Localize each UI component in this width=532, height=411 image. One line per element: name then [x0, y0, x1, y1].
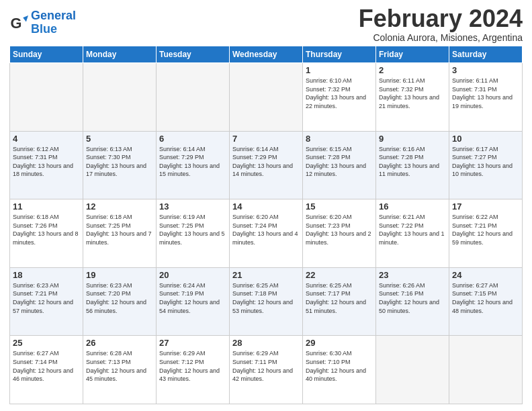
table-row: 5Sunrise: 6:13 AM Sunset: 7:30 PM Daylig…	[83, 131, 157, 199]
day-number: 4	[13, 134, 80, 144]
day-number: 20	[159, 270, 226, 280]
table-row	[10, 63, 83, 132]
day-info: Sunrise: 6:29 AM Sunset: 7:12 PM Dayligh…	[159, 349, 226, 383]
header-right: February 2024 Colonia Aurora, Misiones, …	[359, 7, 523, 43]
day-number: 2	[379, 65, 446, 75]
day-number: 14	[232, 201, 300, 212]
table-row: 12Sunrise: 6:18 AM Sunset: 7:25 PM Dayli…	[83, 199, 157, 268]
day-info: Sunrise: 6:23 AM Sunset: 7:21 PM Dayligh…	[13, 281, 80, 315]
day-number: 12	[86, 201, 153, 212]
day-info: Sunrise: 6:28 AM Sunset: 7:13 PM Dayligh…	[86, 349, 153, 383]
day-number: 13	[159, 201, 226, 212]
day-info: Sunrise: 6:20 AM Sunset: 7:24 PM Dayligh…	[232, 213, 300, 246]
day-info: Sunrise: 6:16 AM Sunset: 7:28 PM Dayligh…	[379, 145, 446, 179]
table-row: 25Sunrise: 6:27 AM Sunset: 7:14 PM Dayli…	[10, 336, 83, 404]
header-tuesday: Tuesday	[157, 46, 230, 63]
day-number: 24	[452, 270, 519, 280]
day-number: 22	[306, 270, 373, 280]
day-number: 29	[306, 338, 373, 348]
day-number: 17	[452, 201, 519, 212]
day-number: 7	[232, 134, 300, 144]
logo-text-line1: General	[31, 9, 76, 23]
day-info: Sunrise: 6:25 AM Sunset: 7:18 PM Dayligh…	[232, 281, 300, 315]
day-info: Sunrise: 6:29 AM Sunset: 7:11 PM Dayligh…	[232, 349, 300, 383]
day-number: 18	[13, 270, 80, 280]
table-row: 6Sunrise: 6:14 AM Sunset: 7:29 PM Daylig…	[157, 131, 230, 199]
day-number: 16	[379, 201, 446, 212]
day-number: 5	[86, 134, 153, 144]
day-info: Sunrise: 6:22 AM Sunset: 7:21 PM Dayligh…	[452, 213, 519, 246]
day-info: Sunrise: 6:12 AM Sunset: 7:31 PM Dayligh…	[13, 145, 80, 179]
table-row	[157, 63, 230, 132]
header-monday: Monday	[83, 46, 157, 63]
table-row	[230, 63, 303, 132]
table-row: 27Sunrise: 6:29 AM Sunset: 7:12 PM Dayli…	[157, 336, 230, 404]
table-row	[376, 336, 449, 404]
day-info: Sunrise: 6:15 AM Sunset: 7:28 PM Dayligh…	[306, 145, 373, 179]
table-row: 17Sunrise: 6:22 AM Sunset: 7:21 PM Dayli…	[449, 199, 523, 268]
day-number: 6	[159, 134, 226, 144]
table-row: 15Sunrise: 6:20 AM Sunset: 7:23 PM Dayli…	[303, 199, 376, 268]
table-row: 8Sunrise: 6:15 AM Sunset: 7:28 PM Daylig…	[303, 131, 376, 199]
table-row: 2Sunrise: 6:11 AM Sunset: 7:32 PM Daylig…	[376, 63, 449, 132]
calendar-week-row: 4Sunrise: 6:12 AM Sunset: 7:31 PM Daylig…	[10, 131, 523, 199]
table-row: 29Sunrise: 6:30 AM Sunset: 7:10 PM Dayli…	[303, 336, 376, 404]
table-row: 21Sunrise: 6:25 AM Sunset: 7:18 PM Dayli…	[230, 267, 303, 336]
day-number: 28	[232, 338, 300, 348]
day-number: 1	[306, 65, 373, 75]
day-number: 3	[452, 65, 519, 75]
day-number: 26	[86, 338, 153, 348]
table-row: 23Sunrise: 6:26 AM Sunset: 7:16 PM Dayli…	[376, 267, 449, 336]
table-row: 24Sunrise: 6:27 AM Sunset: 7:15 PM Dayli…	[449, 267, 523, 336]
table-row: 3Sunrise: 6:11 AM Sunset: 7:31 PM Daylig…	[449, 63, 523, 132]
table-row: 10Sunrise: 6:17 AM Sunset: 7:27 PM Dayli…	[449, 131, 523, 199]
calendar-week-row: 25Sunrise: 6:27 AM Sunset: 7:14 PM Dayli…	[10, 336, 523, 404]
day-info: Sunrise: 6:27 AM Sunset: 7:15 PM Dayligh…	[452, 281, 519, 315]
logo-icon: G	[9, 13, 28, 32]
day-info: Sunrise: 6:11 AM Sunset: 7:32 PM Dayligh…	[379, 77, 446, 110]
day-info: Sunrise: 6:27 AM Sunset: 7:14 PM Dayligh…	[13, 349, 80, 383]
table-row: 4Sunrise: 6:12 AM Sunset: 7:31 PM Daylig…	[10, 131, 83, 199]
page: G General Blue February 2024 Colonia Aur…	[0, 0, 532, 411]
table-row: 19Sunrise: 6:23 AM Sunset: 7:20 PM Dayli…	[83, 267, 157, 336]
header-thursday: Thursday	[303, 46, 376, 63]
day-number: 11	[13, 201, 80, 212]
day-info: Sunrise: 6:24 AM Sunset: 7:19 PM Dayligh…	[159, 281, 226, 315]
calendar-week-row: 11Sunrise: 6:18 AM Sunset: 7:26 PM Dayli…	[10, 199, 523, 268]
table-row: 22Sunrise: 6:25 AM Sunset: 7:17 PM Dayli…	[303, 267, 376, 336]
day-info: Sunrise: 6:17 AM Sunset: 7:27 PM Dayligh…	[452, 145, 519, 179]
svg-marker-1	[23, 15, 28, 21]
month-title: February 2024	[359, 7, 523, 31]
calendar-table: Sunday Monday Tuesday Wednesday Thursday…	[9, 46, 523, 404]
day-info: Sunrise: 6:26 AM Sunset: 7:16 PM Dayligh…	[379, 281, 446, 315]
logo: G General Blue	[9, 9, 76, 36]
day-number: 23	[379, 270, 446, 280]
day-number: 9	[379, 134, 446, 144]
day-info: Sunrise: 6:10 AM Sunset: 7:32 PM Dayligh…	[306, 77, 373, 110]
table-row: 7Sunrise: 6:14 AM Sunset: 7:29 PM Daylig…	[230, 131, 303, 199]
table-row: 9Sunrise: 6:16 AM Sunset: 7:28 PM Daylig…	[376, 131, 449, 199]
header-sunday: Sunday	[10, 46, 83, 63]
day-info: Sunrise: 6:18 AM Sunset: 7:25 PM Dayligh…	[86, 213, 153, 246]
calendar-header-row: Sunday Monday Tuesday Wednesday Thursday…	[10, 46, 523, 63]
day-info: Sunrise: 6:19 AM Sunset: 7:25 PM Dayligh…	[159, 213, 226, 246]
table-row: 11Sunrise: 6:18 AM Sunset: 7:26 PM Dayli…	[10, 199, 83, 268]
day-number: 21	[232, 270, 300, 280]
table-row	[449, 336, 523, 404]
table-row: 1Sunrise: 6:10 AM Sunset: 7:32 PM Daylig…	[303, 63, 376, 132]
day-number: 10	[452, 134, 519, 144]
table-row: 26Sunrise: 6:28 AM Sunset: 7:13 PM Dayli…	[83, 336, 157, 404]
table-row: 28Sunrise: 6:29 AM Sunset: 7:11 PM Dayli…	[230, 336, 303, 404]
table-row: 16Sunrise: 6:21 AM Sunset: 7:22 PM Dayli…	[376, 199, 449, 268]
table-row: 18Sunrise: 6:23 AM Sunset: 7:21 PM Dayli…	[10, 267, 83, 336]
calendar-week-row: 1Sunrise: 6:10 AM Sunset: 7:32 PM Daylig…	[10, 63, 523, 132]
day-number: 19	[86, 270, 153, 280]
day-info: Sunrise: 6:21 AM Sunset: 7:22 PM Dayligh…	[379, 213, 446, 246]
day-info: Sunrise: 6:30 AM Sunset: 7:10 PM Dayligh…	[306, 349, 373, 383]
header-saturday: Saturday	[449, 46, 523, 63]
table-row: 14Sunrise: 6:20 AM Sunset: 7:24 PM Dayli…	[230, 199, 303, 268]
table-row: 13Sunrise: 6:19 AM Sunset: 7:25 PM Dayli…	[157, 199, 230, 268]
location: Colonia Aurora, Misiones, Argentina	[359, 32, 523, 43]
table-row	[83, 63, 157, 132]
day-info: Sunrise: 6:23 AM Sunset: 7:20 PM Dayligh…	[86, 281, 153, 315]
